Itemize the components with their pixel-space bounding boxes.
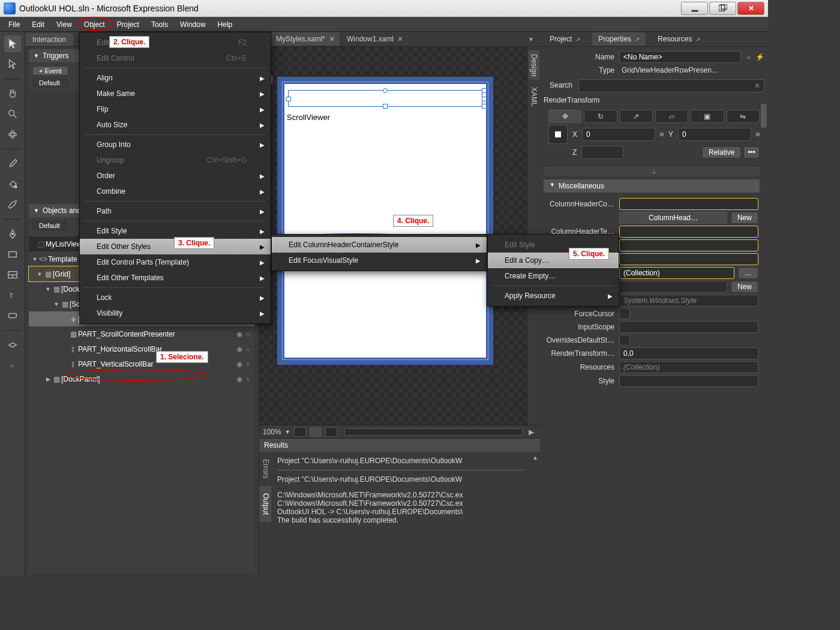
rendertransform-origin-input[interactable]: 0,0 (619, 347, 758, 359)
menuitem-create-empty[interactable]: Create Empty… (488, 268, 619, 284)
visibility-icon[interactable]: ◉ (234, 345, 245, 353)
chevron-down-icon[interactable]: ▼ (285, 429, 290, 435)
maximize-button[interactable] (709, 2, 736, 15)
expand-icon[interactable]: ⌄ (544, 167, 764, 176)
zoom-value[interactable]: 100% (263, 428, 281, 436)
common-controls-tool-icon[interactable] (4, 307, 21, 324)
lock-icon[interactable]: ○ (245, 360, 251, 368)
pan-tool-icon[interactable] (4, 85, 21, 102)
skew-tab[interactable]: ▱ (655, 110, 688, 123)
close-icon[interactable]: ✕ (397, 35, 403, 43)
translate-tab[interactable]: ✥ (548, 110, 581, 123)
lock-icon[interactable]: ○ (245, 375, 251, 383)
tab-project[interactable]: Project↗ (544, 32, 586, 46)
brush-transform-tool-icon[interactable] (4, 196, 21, 213)
menuitem-order[interactable]: Order▶ (80, 168, 271, 184)
name-input[interactable]: <No Name> (619, 51, 741, 63)
center-tab[interactable]: ▣ (691, 110, 724, 123)
camera-orbit-tool-icon[interactable] (4, 126, 21, 143)
properties-scrollbar[interactable] (760, 104, 768, 576)
prop-input[interactable] (619, 198, 758, 210)
close-button[interactable]: ✕ (737, 2, 764, 15)
inputscope-input[interactable] (619, 321, 758, 333)
paint-bucket-tool-icon[interactable] (4, 176, 21, 193)
tree-item-vertical-scrollbar[interactable]: ⫿PART_VerticalScrollBar◉○ (29, 356, 255, 371)
style-input[interactable] (619, 375, 758, 387)
menu-view[interactable]: View (50, 19, 78, 31)
asset-library-tool-icon[interactable] (4, 337, 21, 353)
eyedropper-tool-icon[interactable] (4, 155, 21, 172)
menu-edit[interactable]: Edit (26, 19, 50, 31)
visibility-icon[interactable]: ◉ (234, 330, 245, 338)
view-xaml-icon[interactable]: ⟐ (741, 53, 755, 61)
prop-input[interactable] (619, 253, 758, 265)
tab-interaction[interactable]: Interaction (25, 33, 73, 46)
visibility-icon[interactable]: ◉ (234, 360, 245, 368)
tab-resources[interactable]: Resources↗ (652, 32, 706, 46)
new-button[interactable]: New (731, 281, 758, 293)
lock-icon[interactable]: ○ (245, 345, 251, 353)
selection-tool-icon[interactable] (4, 35, 21, 52)
overrides-checkbox[interactable] (619, 335, 630, 346)
relative-button[interactable]: Relative (702, 146, 741, 158)
popout-icon[interactable]: ↗ (635, 36, 640, 43)
menuitem-align[interactable]: Align▶ (80, 70, 271, 86)
menuitem-flip[interactable]: Flip▶ (80, 101, 271, 117)
menuitem-auto-size[interactable]: Auto Size▶ (80, 117, 271, 133)
column-head-dropdown[interactable]: ColumnHead… (619, 212, 727, 224)
menuitem-make-same[interactable]: Make Same▶ (80, 86, 271, 101)
default-storyboard-button[interactable]: Default (32, 221, 67, 230)
menuitem-edit-control-parts[interactable]: Edit Control Parts (Template)▶ (80, 254, 271, 270)
default-trigger-button[interactable]: Default (32, 78, 68, 88)
snap-lines-icon[interactable] (325, 427, 337, 437)
direct-select-tool-icon[interactable] (4, 56, 21, 73)
errors-tab[interactable]: Errors (259, 452, 271, 486)
close-icon[interactable]: ✕ (329, 35, 335, 43)
menuitem-visibility[interactable]: Visibility▶ (80, 305, 271, 321)
tab-properties[interactable]: Properties↗ (592, 32, 646, 46)
columns-input[interactable]: (Collection) (619, 267, 734, 279)
zoom-tool-icon[interactable] (4, 106, 21, 122)
prop-input[interactable] (619, 239, 758, 251)
tree-item-dockpanel2[interactable]: ▶▦[DockPanel]◉○ (29, 371, 255, 386)
add-event-button[interactable]: + Event (32, 66, 68, 76)
menu-help[interactable]: Help (212, 19, 239, 31)
menuitem-group-into[interactable]: Group Into▶ (80, 137, 271, 152)
menu-file[interactable]: File (2, 19, 26, 31)
resources-input[interactable]: (Collection) (619, 361, 758, 373)
output-tab[interactable]: Output (259, 486, 271, 522)
pen-tool-icon[interactable] (4, 226, 21, 242)
menu-tools[interactable]: Tools (145, 19, 174, 31)
popout-icon[interactable]: ↗ (575, 36, 580, 43)
visibility-icon[interactable]: ◉ (234, 375, 245, 383)
new-button[interactable]: New (731, 212, 758, 224)
menu-project[interactable]: Project (111, 19, 145, 31)
rectangle-tool-icon[interactable] (4, 246, 21, 263)
menuitem-edit-columnheadercontainerstyle[interactable]: Edit ColumnHeaderContainerStyle▶ (272, 237, 487, 253)
menuitem-apply-resource[interactable]: Apply Resource▶ (488, 288, 619, 304)
design-tab[interactable]: Design (529, 50, 539, 80)
horizontal-scrollbar[interactable] (344, 428, 523, 436)
origin-picker[interactable] (548, 125, 568, 144)
menuitem-edit-other-templates[interactable]: Edit Other Templates▶ (80, 270, 271, 286)
grid-overlay-icon[interactable] (294, 427, 306, 437)
focusvisual-input[interactable]: System.Windows.Style (619, 295, 758, 307)
minimize-button[interactable] (681, 2, 708, 15)
x-input[interactable]: 0 (582, 128, 655, 141)
tab-mystyles[interactable]: MyStyles.xaml*✕ (271, 32, 340, 46)
lock-icon[interactable]: ○ (245, 330, 251, 338)
results-header[interactable]: Results (259, 439, 540, 452)
xaml-tab[interactable]: XAML (529, 83, 539, 110)
contextmenu-input[interactable] (619, 281, 727, 293)
menuitem-combine[interactable]: Combine▶ (80, 184, 271, 199)
popout-icon[interactable]: ↗ (695, 36, 700, 43)
y-input[interactable]: 0 (678, 128, 751, 141)
chevron-down-icon[interactable]: ▼ (528, 36, 540, 43)
advanced-options-icon[interactable]: ••• (743, 146, 760, 158)
miscellaneous-header[interactable]: Miscellaneous (544, 179, 764, 193)
search-input[interactable]: ✕ (578, 79, 764, 92)
clear-icon[interactable]: ✕ (754, 82, 760, 90)
menu-window[interactable]: Window (174, 19, 212, 31)
force-cursor-checkbox[interactable] (619, 308, 630, 319)
menu-object[interactable]: Object (78, 19, 111, 31)
